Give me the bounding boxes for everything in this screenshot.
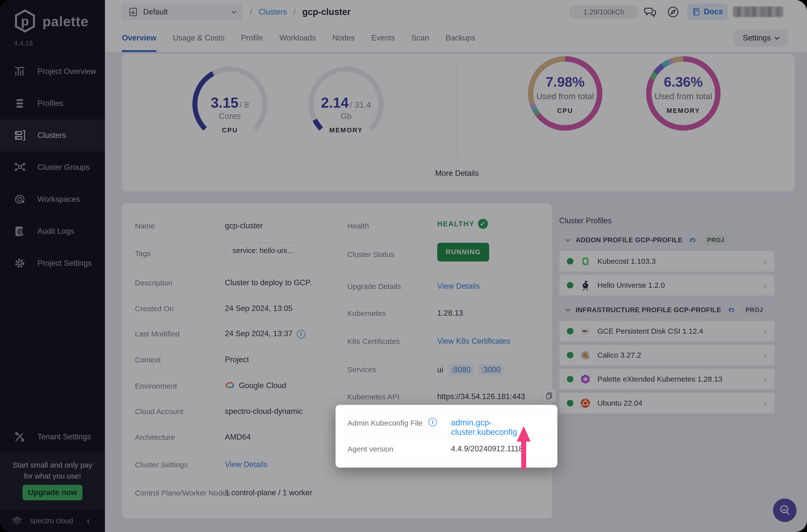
info-icon[interactable]: i	[429, 418, 437, 426]
agent-version-label: Agent version	[348, 445, 393, 453]
agent-version-value: 4.4.9/20240912.1118	[451, 444, 523, 453]
admin-kubeconfig-label: Admin Kubeconfig File	[348, 419, 423, 428]
divider	[340, 410, 552, 411]
admin-kubeconfig-link[interactable]: admin.gcp-cluster.kubeconfig	[451, 418, 558, 437]
tutorial-arrow-icon	[516, 426, 532, 470]
app-window: p palette 4.4.19 Project Overview Profil…	[0, 0, 807, 532]
